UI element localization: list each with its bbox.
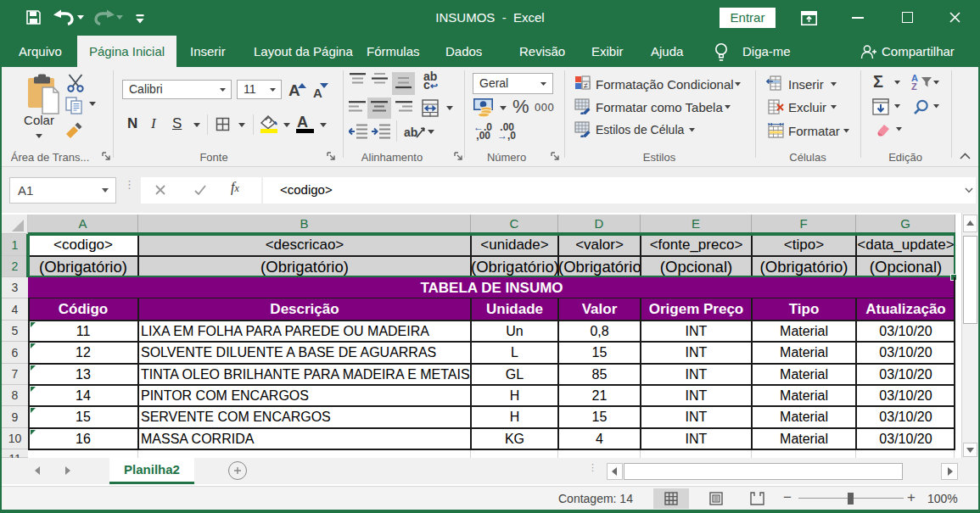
svg-text:≠: ≠ (584, 81, 588, 90)
